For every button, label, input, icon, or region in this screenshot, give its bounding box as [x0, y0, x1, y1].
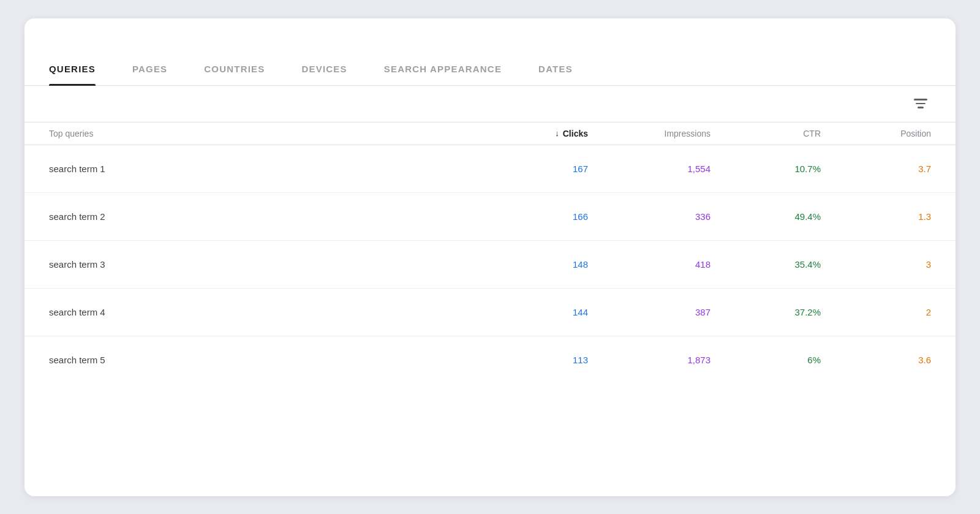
table-row: search term 5 113 1,873 6% 3.6 [24, 336, 956, 384]
cell-query: search term 3 [49, 247, 478, 282]
tab-dates[interactable]: DATES [538, 64, 573, 85]
filter-icon-line2 [916, 103, 925, 105]
table-header: Top queries ↓ Clicks Impressions CTR Pos… [24, 123, 956, 145]
cell-impressions: 418 [588, 247, 710, 282]
cell-position: 1.3 [821, 199, 931, 234]
col-header-query[interactable]: Top queries [49, 129, 478, 138]
table-row: search term 4 144 387 37.2% 2 [24, 289, 956, 336]
cell-query: search term 5 [49, 342, 478, 377]
tab-pages[interactable]: PAGES [132, 64, 167, 85]
filter-icon-line1 [914, 99, 927, 100]
cell-ctr: 49.4% [710, 199, 821, 234]
cell-clicks: 167 [478, 151, 588, 186]
table-body: search term 1 167 1,554 10.7% 3.7 search… [24, 145, 956, 384]
col-header-clicks[interactable]: ↓ Clicks [478, 129, 588, 138]
cell-query: search term 4 [49, 295, 478, 330]
cell-query: search term 1 [49, 151, 478, 186]
cell-clicks: 113 [478, 342, 588, 377]
sort-arrow-icon: ↓ [555, 129, 559, 138]
col-header-position[interactable]: Position [821, 129, 931, 138]
cell-ctr: 6% [710, 342, 821, 377]
cell-ctr: 10.7% [710, 151, 821, 186]
table-row: search term 1 167 1,554 10.7% 3.7 [24, 145, 956, 193]
cell-position: 3 [821, 247, 931, 282]
filter-icon-line3 [918, 107, 924, 108]
tab-search-appearance[interactable]: SEARCH APPEARANCE [384, 64, 502, 85]
filter-row [24, 86, 956, 123]
cell-impressions: 1,554 [588, 151, 710, 186]
filter-button[interactable] [910, 96, 931, 111]
cell-clicks: 166 [478, 199, 588, 234]
col-header-ctr[interactable]: CTR [710, 129, 821, 138]
cell-ctr: 37.2% [710, 295, 821, 330]
cell-clicks: 144 [478, 295, 588, 330]
cell-ctr: 35.4% [710, 247, 821, 282]
col-header-impressions[interactable]: Impressions [588, 129, 710, 138]
main-card: QUERIES PAGES COUNTRIES DEVICES SEARCH A… [24, 18, 956, 496]
cell-position: 2 [821, 295, 931, 330]
cell-impressions: 336 [588, 199, 710, 234]
cell-position: 3.6 [821, 342, 931, 377]
tab-bar: QUERIES PAGES COUNTRIES DEVICES SEARCH A… [24, 18, 956, 86]
cell-clicks: 148 [478, 247, 588, 282]
cell-query: search term 2 [49, 199, 478, 234]
tab-countries[interactable]: COUNTRIES [204, 64, 265, 85]
col-header-clicks-label: Clicks [563, 129, 588, 138]
table-row: search term 2 166 336 49.4% 1.3 [24, 193, 956, 241]
cell-position: 3.7 [821, 151, 931, 186]
cell-impressions: 1,873 [588, 342, 710, 377]
cell-impressions: 387 [588, 295, 710, 330]
tab-queries[interactable]: QUERIES [49, 64, 96, 85]
table-row: search term 3 148 418 35.4% 3 [24, 241, 956, 289]
tab-devices[interactable]: DEVICES [301, 64, 347, 85]
